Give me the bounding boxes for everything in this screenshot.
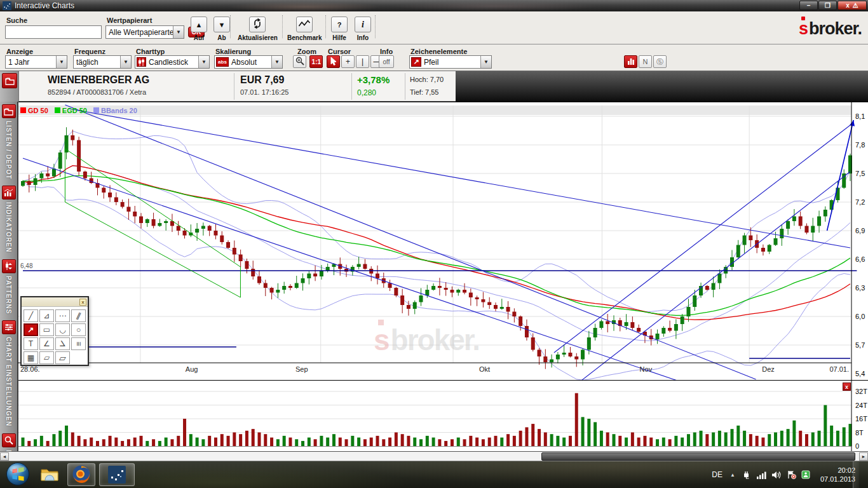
candlestick-icon bbox=[137, 57, 146, 67]
restore-button[interactable]: ❐ bbox=[818, 1, 837, 10]
instrument-ids: 852894 / AT0000831706 / Xetra bbox=[48, 88, 146, 96]
down-arrow-icon: ▼ bbox=[219, 21, 226, 29]
ellipse-tool[interactable]: ○ bbox=[71, 323, 86, 336]
hilfe-button[interactable]: ?Hilfe bbox=[331, 17, 348, 41]
y-axis-tick: 6,6 bbox=[855, 255, 865, 263]
scrollbar-thumb[interactable] bbox=[541, 452, 855, 461]
anzeige-select[interactable]: 1 Jahr▼ bbox=[5, 55, 67, 69]
legend-swatch bbox=[93, 107, 99, 113]
show-desktop-button[interactable] bbox=[853, 461, 859, 488]
palette-titlebar[interactable]: x bbox=[22, 297, 88, 307]
chevron-down-icon: ▼ bbox=[56, 56, 67, 68]
arrow-tool[interactable]: ↗ bbox=[24, 323, 38, 336]
taskbar-clock[interactable]: 20:02 07.01.2013 bbox=[820, 466, 855, 484]
info-off-button[interactable]: off bbox=[379, 55, 394, 68]
sidebar-item-patterns[interactable]: PATTERNS bbox=[2, 259, 16, 314]
windows-taskbar: DE ▲ 20:02 07.01.2013 bbox=[0, 461, 868, 488]
explorer-button[interactable] bbox=[36, 463, 64, 486]
help-icon: ? bbox=[337, 21, 342, 29]
scroll-left-icon[interactable]: ◄ bbox=[0, 452, 9, 461]
arrow-icon: ↗ bbox=[27, 325, 34, 334]
line-tool[interactable]: ╱ bbox=[24, 309, 38, 322]
vertical-lines-tool[interactable]: ≡ bbox=[71, 337, 86, 350]
fan-right-tool[interactable]: ∠ bbox=[39, 337, 54, 350]
parallel-lines-icon: ∥ bbox=[75, 311, 82, 320]
cursor-arrow-button[interactable] bbox=[327, 55, 340, 68]
fan-left-tool[interactable]: ∠ bbox=[55, 337, 70, 350]
close-button[interactable]: x⚠ bbox=[837, 1, 867, 10]
draw-arrow-icon: ↗ bbox=[411, 57, 421, 67]
eraser-tool[interactable]: ▱ bbox=[39, 351, 54, 364]
horizontal-scrollbar[interactable]: ◄ ► bbox=[0, 451, 868, 461]
power-icon[interactable] bbox=[742, 470, 751, 480]
auf-button[interactable]: ▲Auf bbox=[191, 17, 207, 41]
charttyp-select[interactable]: Candlestick▼ bbox=[135, 55, 210, 69]
crosshair-cursor-button[interactable]: + bbox=[341, 55, 355, 68]
ab-button[interactable]: ▼Ab bbox=[214, 17, 230, 41]
language-indicator[interactable]: DE bbox=[712, 470, 722, 479]
sidebar-item-listen-depot[interactable]: LISTEN / DEPOT bbox=[2, 104, 16, 179]
messenger-icon[interactable] bbox=[801, 470, 810, 479]
rectangle-tool[interactable]: ▭ bbox=[39, 323, 54, 336]
depot-icon bbox=[2, 73, 17, 88]
sidebar-item-chart-einstellungen[interactable]: CHART EINSTELLUNGEN bbox=[2, 320, 16, 426]
chart-toolbar: Anzeige 1 Jahr▼ Frequenz täglich▼ Chartt… bbox=[0, 44, 868, 71]
firefox-icon bbox=[72, 464, 91, 485]
tray-chevron-icon[interactable]: ▲ bbox=[730, 472, 735, 478]
volume-pane-button[interactable] bbox=[624, 55, 637, 68]
y-axis-tick: 6,3 bbox=[855, 284, 865, 292]
quote-high: Hoch: 7,70 bbox=[410, 76, 444, 83]
cursor-arrow-icon bbox=[330, 57, 337, 67]
x-axis-tick: 07.01. bbox=[829, 365, 849, 373]
type-select[interactable]: Alle Wertpapierarten ▼ bbox=[105, 25, 184, 39]
arc-tool[interactable]: ◡ bbox=[55, 323, 70, 336]
text-tool[interactable]: T bbox=[24, 337, 38, 350]
instrument-name: WIENERBERGER AG bbox=[48, 74, 149, 86]
palette-close-icon[interactable]: x bbox=[79, 299, 86, 306]
zeichenelemente-select[interactable]: ↗ Pfeil▼ bbox=[409, 55, 492, 69]
grid-tool[interactable]: ▦ bbox=[24, 351, 38, 364]
trendline-label-tool[interactable]: ⊿ bbox=[39, 309, 54, 322]
chevron-down-icon: ▼ bbox=[173, 26, 184, 38]
x-axis-tick: Dez bbox=[762, 365, 775, 373]
parallel-lines-tool[interactable]: ∥ bbox=[71, 309, 86, 322]
y-axis-tick: 7,2 bbox=[855, 198, 865, 206]
start-button[interactable] bbox=[4, 463, 32, 486]
info-button[interactable]: iInfo bbox=[355, 17, 371, 41]
left-sidebar: LISTEN / DEPOTINDIKATORENPATTERNSCHART E… bbox=[0, 102, 18, 451]
scroll-right-icon[interactable]: ► bbox=[859, 452, 868, 461]
splits-button[interactable]: Ⓢ bbox=[653, 55, 667, 68]
dashed-line-tool[interactable]: ⋯ bbox=[55, 309, 70, 322]
zoom-in-button[interactable] bbox=[293, 55, 306, 68]
chart-extra-buttons: NⓈ bbox=[624, 55, 668, 68]
window-titlebar: Interactive Charts – ❐ x⚠ bbox=[0, 0, 868, 11]
quote-datetime: 07.01. 17:16:25 bbox=[240, 88, 288, 96]
sidebar-item-indikatoren[interactable]: INDIKATOREN bbox=[2, 186, 16, 253]
auf-button-label: Auf bbox=[191, 34, 207, 41]
cursor-label: Cursor bbox=[328, 48, 351, 55]
skalierung-select[interactable]: abs Absolut▼ bbox=[214, 55, 283, 69]
interactive-charts-button[interactable] bbox=[99, 463, 135, 486]
volume-pane[interactable]: 32T24T16T8T0 x bbox=[18, 380, 868, 451]
firefox-button[interactable] bbox=[67, 463, 95, 486]
action-center-icon[interactable] bbox=[787, 470, 796, 479]
benchmark-icon bbox=[298, 19, 311, 30]
eraser-all-tool[interactable]: ▱ bbox=[55, 351, 70, 364]
audio-icon[interactable] bbox=[771, 471, 782, 479]
news-button[interactable]: N bbox=[639, 55, 652, 68]
chart-settings-icon bbox=[2, 320, 16, 334]
frequenz-select[interactable]: täglich▼ bbox=[73, 55, 132, 69]
zoom-reset-button[interactable]: 1:1 bbox=[309, 55, 323, 68]
search-input[interactable] bbox=[5, 25, 102, 39]
network-icon[interactable] bbox=[756, 471, 766, 479]
benchmark-button[interactable]: Benchmark bbox=[287, 17, 322, 41]
price-chart-pane[interactable]: 8,17,87,57,26,96,66,36,05,75,46,4828.06.… bbox=[18, 102, 868, 380]
aktualisieren-button[interactable]: Aktualisieren bbox=[238, 17, 278, 41]
drawing-palette[interactable]: x ╱⊿⋯∥↗▭◡○T∠∠≡▦▱▱ bbox=[20, 296, 89, 366]
vline-cursor-icon: | bbox=[362, 57, 363, 66]
volume-axis-tick: 8T bbox=[855, 429, 864, 437]
vline-cursor-button[interactable]: | bbox=[356, 55, 369, 68]
volume-close-icon[interactable]: x bbox=[843, 383, 851, 391]
quote-price: EUR 7,69 bbox=[240, 74, 284, 86]
minimize-button[interactable]: – bbox=[799, 1, 818, 10]
